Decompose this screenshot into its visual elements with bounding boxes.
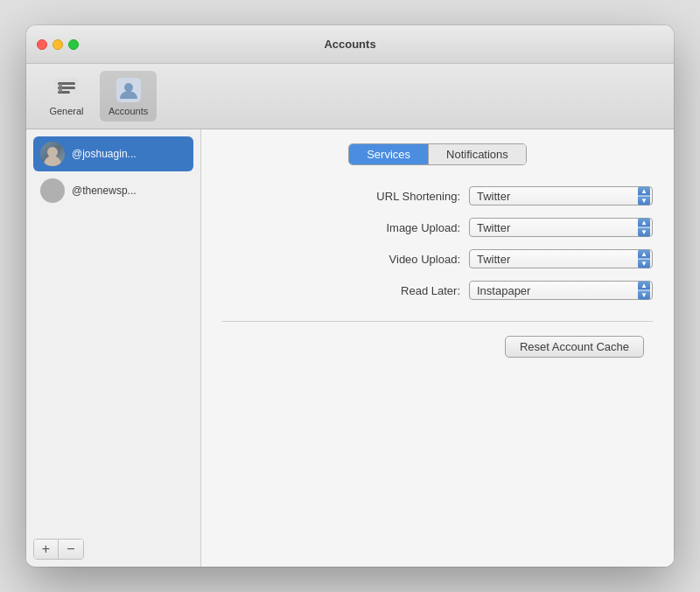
tab-services[interactable]: Services [349, 144, 429, 164]
remove-account-button[interactable]: − [59, 540, 83, 559]
divider [222, 321, 653, 322]
image-upload-label: Image Upload: [346, 221, 460, 234]
url-shortening-select-wrapper: Twitter ▲ ▼ [469, 186, 653, 205]
url-shortening-row: URL Shortening: Twitter ▲ ▼ [222, 186, 653, 205]
account-item-1[interactable]: @joshuagin... [33, 136, 193, 171]
svg-point-7 [124, 83, 133, 92]
toolbar-item-general[interactable]: General [40, 71, 93, 122]
svg-rect-5 [59, 88, 62, 92]
image-upload-select[interactable]: Twitter [469, 218, 653, 237]
video-upload-row: Video Upload: Twitter ▲ ▼ [222, 249, 653, 268]
tab-bar: Services Notifications [348, 143, 527, 165]
video-upload-select[interactable]: Twitter [469, 249, 653, 268]
video-upload-select-wrapper: Twitter ▲ ▼ [469, 249, 653, 268]
account-name-2: @thenewsp... [72, 185, 136, 197]
window-title: Accounts [324, 38, 375, 51]
toolbar-item-accounts[interactable]: Accounts [100, 71, 157, 122]
account-list: @joshuagin... @thenewsp... [33, 136, 193, 535]
button-row: Reset Account Cache [222, 336, 653, 358]
general-label: General [49, 106, 83, 116]
maximize-button[interactable] [68, 39, 79, 50]
reset-account-cache-button[interactable]: Reset Account Cache [505, 336, 644, 358]
close-button[interactable] [37, 39, 47, 50]
svg-rect-4 [59, 84, 62, 87]
account-item-2[interactable]: @thenewsp... [33, 173, 193, 208]
sidebar-controls: + − [33, 539, 84, 560]
titlebar: Accounts [26, 25, 674, 64]
image-upload-row: Image Upload: Twitter ▲ ▼ [222, 218, 653, 237]
url-shortening-select[interactable]: Twitter [469, 186, 653, 205]
svg-rect-0 [54, 78, 79, 102]
url-shortening-label: URL Shortening: [346, 190, 460, 203]
avatar-2 [40, 178, 65, 203]
avatar-1 [40, 142, 65, 166]
content-area: @joshuagin... @thenewsp... + − Services … [26, 129, 674, 567]
sidebar: @joshuagin... @thenewsp... + − [26, 129, 201, 567]
account-name-1: @joshuagin... [72, 148, 136, 160]
tab-notifications[interactable]: Notifications [429, 144, 526, 164]
general-icon [52, 76, 80, 104]
image-upload-select-wrapper: Twitter ▲ ▼ [469, 218, 653, 237]
read-later-select-wrapper: Instapaper ▲ ▼ [469, 281, 653, 300]
accounts-label: Accounts [108, 106, 148, 116]
add-account-button[interactable]: + [34, 540, 59, 559]
services-form: URL Shortening: Twitter ▲ ▼ Image Upload… [222, 186, 653, 300]
video-upload-label: Video Upload: [346, 253, 460, 266]
traffic-lights [37, 39, 79, 50]
toolbar: General Accounts [26, 64, 674, 129]
minimize-button[interactable] [52, 39, 63, 50]
main-panel: Services Notifications URL Shortening: T… [201, 129, 674, 567]
accounts-icon [115, 76, 143, 104]
read-later-select[interactable]: Instapaper [469, 281, 653, 300]
main-window: Accounts General [26, 25, 674, 567]
read-later-row: Read Later: Instapaper ▲ ▼ [222, 281, 653, 300]
read-later-label: Read Later: [346, 284, 460, 297]
